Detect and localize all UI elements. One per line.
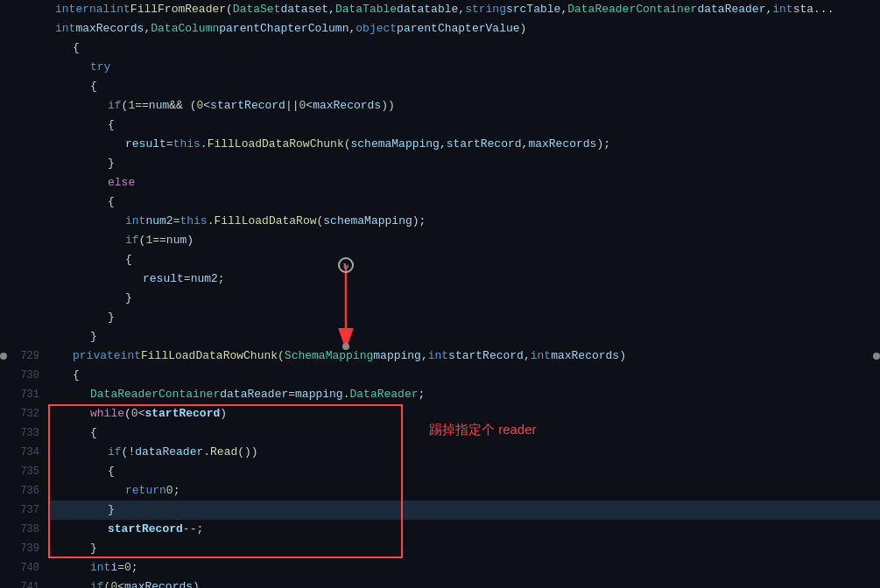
token: schemaMapping xyxy=(351,135,440,154)
line-number xyxy=(0,38,48,58)
token: , xyxy=(765,0,772,19)
reload-icon: ↻ xyxy=(338,257,354,273)
token: DataReaderContainer xyxy=(567,0,697,19)
token: { xyxy=(108,462,115,481)
token: FillLoadDataRowChunk xyxy=(141,346,278,366)
line-number xyxy=(0,270,48,289)
line-number: 739 xyxy=(0,539,48,558)
token: 1 xyxy=(128,96,135,116)
token: DataReaderContainer xyxy=(90,385,220,404)
line-content: result = num2; xyxy=(48,270,880,289)
token: < xyxy=(306,96,313,116)
token: ) xyxy=(193,578,200,588)
token: ) xyxy=(619,346,626,366)
token: startRecord xyxy=(448,346,524,366)
token: 0 xyxy=(124,558,131,578)
token: if xyxy=(108,443,122,462)
line-content: } xyxy=(48,327,880,346)
token: = xyxy=(184,270,191,289)
token: , xyxy=(421,346,428,366)
token: dataset xyxy=(280,0,328,19)
line-number: 735 xyxy=(0,462,48,481)
token: , xyxy=(560,0,567,19)
line-content: startRecord--; xyxy=(48,520,880,539)
code-line: int maxRecords, DataColumn parentChapter… xyxy=(0,19,880,38)
line-content: return 0; xyxy=(48,481,880,500)
token: num2 xyxy=(145,212,172,231)
code-line: 730{ xyxy=(0,366,880,385)
token: == xyxy=(152,231,166,250)
token: dataReader xyxy=(697,0,765,19)
token: , xyxy=(348,19,356,38)
line-number: 732 xyxy=(0,404,48,424)
line-content: } xyxy=(48,308,880,327)
token: } xyxy=(108,308,115,327)
token: ) xyxy=(520,19,527,38)
token: ; xyxy=(131,558,138,578)
line-content: { xyxy=(48,366,880,385)
line-content: if (!dataReader.Read()) xyxy=(48,443,880,462)
token: ()) xyxy=(237,443,257,462)
token: , xyxy=(440,135,447,154)
token: , xyxy=(328,0,335,19)
editor-container: internal int FillFromReader(DataSet data… xyxy=(0,0,880,588)
token: , xyxy=(458,0,465,19)
token: FillLoadDataRowChunk xyxy=(208,135,344,154)
token: return xyxy=(125,481,166,500)
token: ) xyxy=(187,231,194,250)
token: , xyxy=(522,135,529,154)
code-line: try xyxy=(0,58,880,77)
token: mapping xyxy=(295,385,343,404)
line-number: 738 xyxy=(0,520,48,539)
token: } xyxy=(90,327,97,346)
code-line: { xyxy=(0,38,880,58)
token: DataReader xyxy=(349,385,418,404)
line-number xyxy=(0,250,48,270)
token: maxRecords xyxy=(313,96,381,116)
token: int xyxy=(121,346,141,366)
token: parentChapterValue xyxy=(397,19,519,38)
token: } xyxy=(125,289,132,308)
token: ); xyxy=(596,135,610,154)
line-content: { xyxy=(48,250,880,270)
code-line: 731DataReaderContainer dataReader = mapp… xyxy=(0,385,880,404)
token: DataColumn xyxy=(151,19,219,38)
token: 0 xyxy=(131,404,138,424)
token: ( xyxy=(278,346,285,366)
left-edge-dot-upper xyxy=(0,353,7,360)
line-content: else xyxy=(48,173,880,192)
code-line: { xyxy=(0,77,880,96)
token: . xyxy=(201,135,208,154)
token: { xyxy=(73,38,80,58)
token: { xyxy=(108,192,115,212)
code-line: } xyxy=(0,154,880,173)
token: ; xyxy=(173,481,180,500)
line-content: } xyxy=(48,500,880,520)
token: try xyxy=(90,58,110,77)
token: startRecord xyxy=(210,96,285,116)
line-content: int num2 = this.FillLoadDataRow(schemaMa… xyxy=(48,212,880,231)
token: dataReader xyxy=(135,443,203,462)
code-line: result = num2; xyxy=(0,270,880,289)
token: int xyxy=(125,212,145,231)
code-area: internal int FillFromReader(DataSet data… xyxy=(0,0,880,588)
token: < xyxy=(203,96,210,116)
code-line: 734if (!dataReader.Read()) xyxy=(0,443,880,462)
token: Read xyxy=(210,443,237,462)
line-content: DataReaderContainer dataReader = mapping… xyxy=(48,385,880,404)
line-content: internal int FillFromReader(DataSet data… xyxy=(48,0,880,19)
token: startRecord xyxy=(447,135,522,154)
line-number xyxy=(0,77,48,96)
lines-container: internal int FillFromReader(DataSet data… xyxy=(0,0,880,588)
line-number: 729 xyxy=(0,346,48,366)
code-line: } xyxy=(0,327,880,346)
token: } xyxy=(108,500,115,520)
code-line: 735{ xyxy=(0,462,880,481)
token: int xyxy=(428,346,448,366)
token: . xyxy=(203,443,210,462)
token: string xyxy=(465,0,506,19)
token: internal xyxy=(55,0,109,19)
token: int xyxy=(109,0,130,19)
token: ( xyxy=(104,578,111,588)
token: ( xyxy=(124,404,131,424)
